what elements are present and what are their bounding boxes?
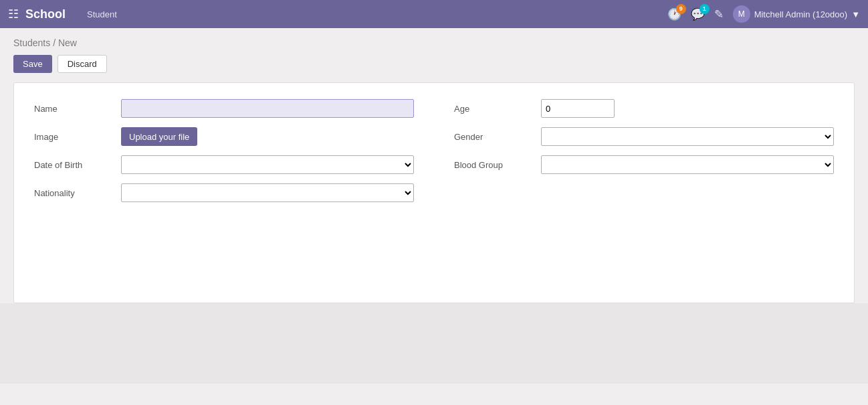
save-button[interactable]: Save <box>13 55 52 73</box>
dob-select[interactable] <box>121 155 414 174</box>
app-title: School <box>25 7 66 21</box>
name-input[interactable] <box>121 99 414 118</box>
nationality-label: Nationality <box>34 188 121 198</box>
age-input[interactable] <box>541 99 615 118</box>
image-row: Image Upload your file <box>34 127 414 146</box>
page-content: Students / New Save Discard Name Image U… <box>0 28 868 303</box>
age-label: Age <box>454 104 541 114</box>
upload-button[interactable]: Upload your file <box>121 127 197 146</box>
breadcrumb-new: New <box>58 37 77 48</box>
breadcrumb: Students / New <box>13 37 855 48</box>
messages-button[interactable]: 💬 1 <box>691 7 705 21</box>
dob-label: Date of Birth <box>34 160 121 170</box>
gender-select[interactable]: Male Female Other <box>541 127 834 146</box>
notifications-badge: 9 <box>676 4 686 14</box>
gender-row: Gender Male Female Other <box>454 127 834 146</box>
grid-icon[interactable]: ☷ <box>8 7 19 21</box>
name-label: Name <box>34 104 121 114</box>
form-section-right: Age Gender Male Female Other Blood Group <box>454 99 834 212</box>
form-card: Name Image Upload your file Date of Birt… <box>13 82 855 303</box>
breadcrumb-students[interactable]: Students <box>13 37 50 48</box>
gender-label: Gender <box>454 132 541 142</box>
breadcrumb-separator: / <box>53 37 58 48</box>
form-section-left: Name Image Upload your file Date of Birt… <box>34 99 414 212</box>
user-label: Mitchell Admin (12odoo) <box>754 9 847 19</box>
blood-group-select[interactable]: A+ A- B+ B- AB+ AB- O+ O- <box>541 155 834 174</box>
discard-button[interactable]: Discard <box>58 55 107 73</box>
topnav-right: 🕐 9 💬 1 ✎ M Mitchell Admin (12odoo) ▼ <box>667 5 860 23</box>
top-navigation: ☷ School Student 🕐 9 💬 1 ✎ M Mitchell Ad… <box>0 0 868 28</box>
age-row: Age <box>454 99 834 118</box>
user-dropdown-icon: ▼ <box>851 9 860 19</box>
nav-student[interactable]: Student <box>82 9 122 19</box>
messages-badge: 1 <box>699 4 710 14</box>
blood-group-label: Blood Group <box>454 160 541 170</box>
notifications-button[interactable]: 🕐 9 <box>667 7 681 21</box>
toolbar: Save Discard <box>13 55 855 73</box>
name-row: Name <box>34 99 414 118</box>
nationality-row: Nationality <box>34 183 414 202</box>
avatar: M <box>733 5 750 23</box>
nationality-select[interactable] <box>121 183 414 202</box>
settings-icon: ✎ <box>714 7 724 21</box>
dob-row: Date of Birth <box>34 155 414 174</box>
footer-area <box>0 303 868 384</box>
user-menu[interactable]: M Mitchell Admin (12odoo) ▼ <box>733 5 860 23</box>
blood-group-row: Blood Group A+ A- B+ B- AB+ AB- O+ O- <box>454 155 834 174</box>
image-label: Image <box>34 132 121 142</box>
form-grid: Name Image Upload your file Date of Birt… <box>34 99 834 212</box>
settings-button[interactable]: ✎ <box>714 7 724 21</box>
